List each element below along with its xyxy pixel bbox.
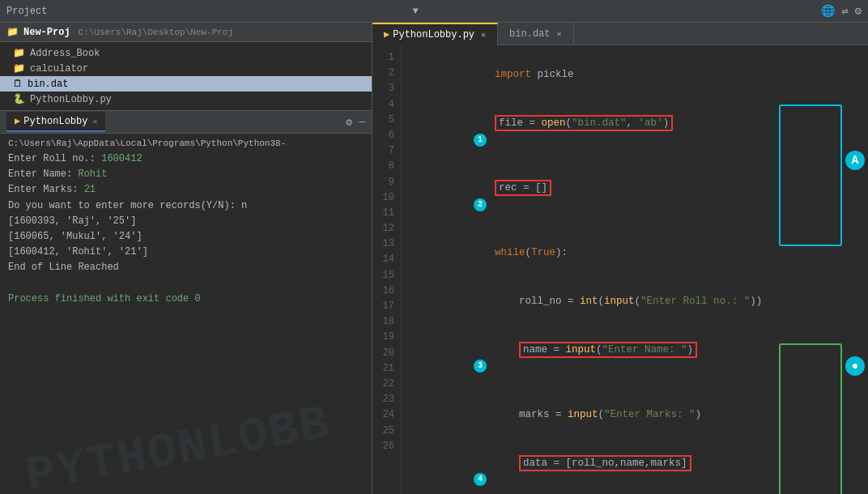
- terminal-process-line: Process finished with exit code 0: [8, 292, 364, 307]
- ln-16: 16: [372, 283, 401, 299]
- ln-21: 21: [372, 361, 401, 377]
- terminal-tab-icons: ⚙ —: [346, 116, 365, 129]
- folder-icon: 📁: [13, 47, 25, 59]
- bin-tab-close[interactable]: ✕: [557, 29, 562, 39]
- terminal-close[interactable]: ✕: [92, 117, 97, 126]
- terminal-line-blank: [8, 276, 364, 292]
- watermark: PYTHONLOBB: [22, 397, 334, 494]
- editor-tab-close[interactable]: ✕: [481, 30, 486, 40]
- terminal-tab-bar: ▶ PythonLobby ✕ ⚙ —: [0, 111, 372, 134]
- ln-26: 26: [372, 439, 401, 454]
- editor-content: 1 2 3 4 5 6 7 8 9 10 11 12 13 14 15 16 1…: [372, 45, 868, 494]
- code-line-5: roll_no = int(input("Enter Roll no.: ")): [410, 277, 834, 326]
- terminal-line-5: [1600393, 'Raj', '25']: [8, 214, 364, 229]
- ln-4: 4: [372, 97, 401, 113]
- ln-8: 8: [372, 159, 401, 174]
- folder-icon: 📁: [6, 26, 19, 38]
- right-panel: ▶ PythonLobby.py ✕ bin.dat ✕ 1 2 3 4 5 6…: [372, 23, 868, 494]
- code-line-4: while(True):: [410, 228, 834, 277]
- ln-23: 23: [372, 392, 401, 407]
- ln-12: 12: [372, 221, 401, 236]
- ln-2: 2: [372, 66, 401, 81]
- project-header: 📁 New-Proj C:\Users\Raj\Desktop\New-Proj: [0, 23, 372, 42]
- ln-7: 7: [372, 143, 401, 159]
- ln-9: 9: [372, 175, 401, 190]
- file-tree-item-address-book[interactable]: 📁 Address_Book: [0, 45, 372, 61]
- line-numbers: 1 2 3 4 5 6 7 8 9 10 11 12 13 14 15 16 1…: [372, 45, 402, 494]
- file-name: Address_Book: [30, 48, 100, 59]
- code-line-8: data = [roll_no,name,marks] 4: [410, 439, 834, 494]
- editor-tab-bin[interactable]: bin.dat ✕: [498, 23, 573, 45]
- project-path: C:\Users\Raj\Desktop\New-Proj: [79, 28, 233, 37]
- settings-icon[interactable]: ⚙: [346, 116, 352, 129]
- folder-icon: 📁: [13, 62, 25, 75]
- dropdown-icon[interactable]: ▼: [412, 6, 418, 17]
- terminal-line-6: [160065, 'Mukul', '24']: [8, 229, 364, 245]
- ln-1: 1: [372, 50, 401, 66]
- code-line-2: file = open("bin.dat", 'ab') 1: [410, 99, 834, 164]
- file-name: PythonLobby.py: [30, 94, 112, 105]
- side-annotations: A ●: [842, 45, 868, 494]
- terminal-line-1: Enter Roll no.: 1600412: [8, 151, 364, 167]
- file-tree-item-bin-dat[interactable]: 🗒 bin.dat: [0, 76, 372, 92]
- project-title: Project: [6, 6, 409, 17]
- terminal-line-2: Enter Name: Rohit: [8, 167, 364, 182]
- annotation-circle-9: ●: [845, 356, 865, 376]
- file-name: bin.dat: [28, 79, 68, 90]
- editor-tabs: ▶ PythonLobby.py ✕ bin.dat ✕: [372, 23, 868, 45]
- left-panel: 📁 New-Proj C:\Users\Raj\Desktop\New-Proj…: [0, 23, 372, 494]
- top-bar: Project ▼ 🌐 ⇌ ⚙: [0, 0, 868, 23]
- ln-5: 5: [372, 113, 401, 128]
- file-tree-item-pythonlobby[interactable]: 🐍 PythonLobby.py: [0, 92, 372, 107]
- ln-20: 20: [372, 346, 401, 361]
- terminal-tab-label: PythonLobby: [23, 116, 87, 127]
- ln-3: 3: [372, 81, 401, 96]
- file-icon: 🗒: [13, 78, 23, 90]
- ln-24: 24: [372, 407, 401, 423]
- ln-25: 25: [372, 424, 401, 439]
- ln-11: 11: [372, 206, 401, 221]
- terminal-content: C:\Users\Raj\AppData\Local\Programs\Pyth…: [0, 134, 372, 494]
- ln-6: 6: [372, 128, 401, 143]
- ln-13: 13: [372, 236, 401, 252]
- terminal-path: C:\Users\Raj\AppData\Local\Programs\Pyth…: [8, 138, 364, 148]
- code-line-7: marks = input("Enter Marks: "): [410, 390, 834, 439]
- code-area[interactable]: import pickle file = open("bin.dat", 'ab…: [402, 45, 842, 494]
- terminal-line-8: End of Line Reached: [8, 260, 364, 275]
- annotation-A: A: [845, 151, 865, 170]
- code-line-3: rec = [] 2: [410, 164, 834, 228]
- minimize-icon[interactable]: —: [359, 116, 365, 129]
- terminal-line-7: [1600412, 'Rohit', '21']: [8, 245, 364, 260]
- python-tab-icon: ▶: [384, 28, 389, 40]
- ln-17: 17: [372, 299, 401, 314]
- file-tree-item-calculator[interactable]: 📁 calculator: [0, 61, 372, 76]
- layout-icon[interactable]: ⇌: [841, 4, 848, 18]
- file-name: calculator: [30, 63, 88, 75]
- file-tree: 📁 Address_Book 📁 calculator 🗒 bin.dat 🐍 …: [0, 42, 372, 111]
- ln-19: 19: [372, 330, 401, 345]
- bin-tab-label: bin.dat: [509, 28, 550, 40]
- terminal-line-4: Do you want to enter more records(Y/N): …: [8, 198, 364, 214]
- globe-icon[interactable]: 🌐: [821, 4, 835, 18]
- terminal-line-3: Enter Marks: 21: [8, 182, 364, 198]
- code-line-6: name = input("Enter Name: ") 3: [410, 326, 834, 390]
- project-name: New-Proj: [23, 27, 70, 38]
- main-layout: 📁 New-Proj C:\Users\Raj\Desktop\New-Proj…: [0, 23, 868, 494]
- ln-18: 18: [372, 314, 401, 330]
- python-icon: ▶: [15, 115, 20, 127]
- ln-14: 14: [372, 252, 401, 267]
- ln-22: 22: [372, 377, 401, 392]
- ln-15: 15: [372, 268, 401, 283]
- code-line-1: import pickle: [410, 50, 834, 99]
- terminal-panel: ▶ PythonLobby ✕ ⚙ — C:\Users\Raj\AppData…: [0, 111, 372, 494]
- top-bar-icons: 🌐 ⇌ ⚙: [821, 4, 862, 18]
- file-icon: 🐍: [13, 93, 25, 105]
- ln-10: 10: [372, 190, 401, 206]
- settings-icon[interactable]: ⚙: [855, 4, 862, 18]
- terminal-tab-pythonlobby[interactable]: ▶ PythonLobby ✕: [6, 112, 105, 132]
- editor-tab-pythonlobby[interactable]: ▶ PythonLobby.py ✕: [372, 23, 498, 45]
- editor-tab-label: PythonLobby.py: [393, 29, 474, 40]
